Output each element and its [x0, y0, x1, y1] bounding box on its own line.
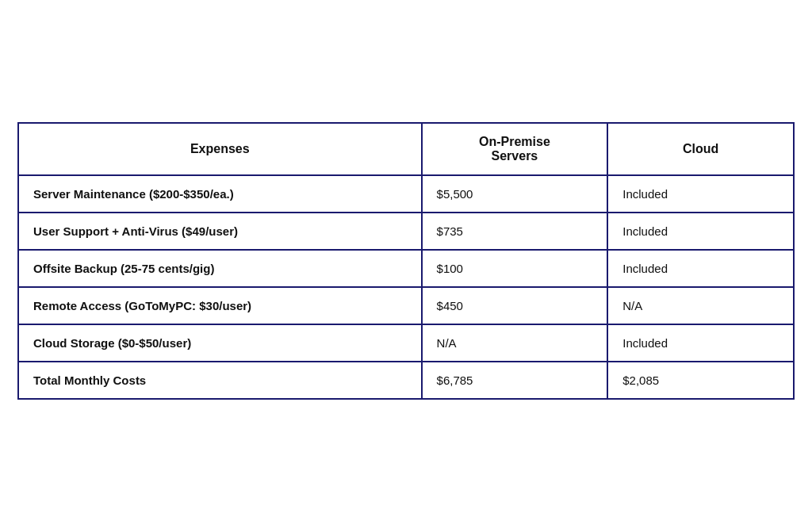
expense-comparison-table: Expenses On-PremiseServers Cloud Server …: [17, 122, 795, 400]
expense-label-4: Cloud Storage ($0-$50/user): [18, 324, 422, 362]
onprem-value-1: $735: [422, 213, 608, 250]
expense-label-0: Server Maintenance ($200-$350/ea.): [18, 175, 422, 213]
onprem-value-total: $6,785: [422, 362, 608, 399]
onprem-value-3: $450: [422, 287, 608, 324]
cloud-value-total: $2,085: [607, 362, 794, 399]
expense-label-1: User Support + Anti-Virus ($49/user): [18, 213, 422, 250]
table-row: User Support + Anti-Virus ($49/user) $73…: [18, 213, 794, 250]
table-row-totals: Total Monthly Costs $6,785 $2,085: [18, 362, 794, 399]
header-cloud: Cloud: [607, 123, 794, 175]
table-row: Remote Access (GoToMyPC: $30/user) $450 …: [18, 287, 794, 324]
cloud-value-3: N/A: [607, 287, 794, 324]
expense-label-3: Remote Access (GoToMyPC: $30/user): [18, 287, 422, 324]
table-row: Offsite Backup (25-75 cents/gig) $100 In…: [18, 250, 794, 287]
cloud-value-1: Included: [607, 213, 794, 250]
cloud-value-4: Included: [607, 324, 794, 362]
cloud-value-2: Included: [607, 250, 794, 287]
header-expenses: Expenses: [18, 123, 422, 175]
onprem-value-2: $100: [422, 250, 608, 287]
table-row: Cloud Storage ($0-$50/user) N/A Included: [18, 324, 794, 362]
onprem-value-4: N/A: [422, 324, 608, 362]
expense-label-2: Offsite Backup (25-75 cents/gig): [18, 250, 422, 287]
onprem-value-0: $5,500: [422, 175, 608, 213]
expense-label-total: Total Monthly Costs: [18, 362, 422, 399]
cloud-value-0: Included: [607, 175, 794, 213]
header-on-premise: On-PremiseServers: [422, 123, 608, 175]
table-row: Server Maintenance ($200-$350/ea.) $5,50…: [18, 175, 794, 213]
table-header-row: Expenses On-PremiseServers Cloud: [18, 123, 794, 175]
comparison-table-container: Expenses On-PremiseServers Cloud Server …: [17, 122, 795, 400]
